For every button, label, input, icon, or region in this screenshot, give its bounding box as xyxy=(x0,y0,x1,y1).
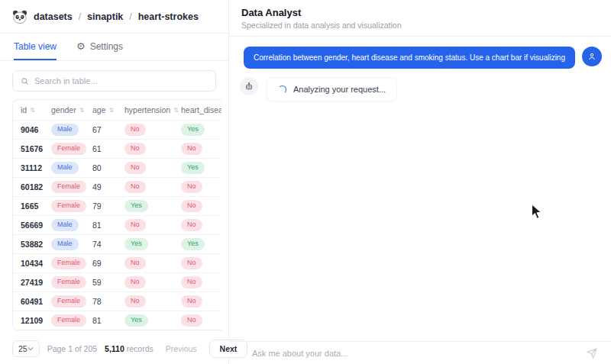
chat-header: Data Analyst Specialized in data analysi… xyxy=(229,0,611,37)
table-row[interactable]: 10434Female69NoNo xyxy=(13,253,221,272)
table-row[interactable]: 9046Male67NoYes xyxy=(13,120,221,139)
sort-icon: ⇅ xyxy=(173,107,179,114)
cell-age: 74 xyxy=(92,240,124,249)
cell-age: 78 xyxy=(92,297,124,306)
heart-disease-badge: No xyxy=(181,295,202,308)
status-card: Analyzing your request... xyxy=(267,77,397,101)
cell-age: 61 xyxy=(92,144,124,153)
sort-icon: ⇅ xyxy=(109,107,115,114)
search-icon xyxy=(21,77,29,85)
chat-input-bar xyxy=(229,341,611,364)
table-row[interactable]: 1665Female79YesNo xyxy=(13,196,221,215)
panda-logo-icon[interactable] xyxy=(12,10,27,24)
gender-badge: Female xyxy=(51,257,86,269)
person-icon xyxy=(587,52,596,61)
heart-disease-badge: No xyxy=(181,257,202,269)
data-table: id⇅ gender⇅ age⇅ hypertension⇅ heart_dis… xyxy=(12,99,221,330)
table-row[interactable]: 53882Male74YesYes xyxy=(13,234,221,253)
breadcrumb-item-datasets[interactable]: datasets xyxy=(34,11,73,22)
breadcrumb-item-heart-strokes[interactable]: heart-strokes xyxy=(138,11,199,22)
heart-disease-badge: No xyxy=(181,143,202,155)
tab-table-view[interactable]: Table view xyxy=(14,34,57,60)
search-box xyxy=(12,70,216,92)
dataset-panel: datasets / sinaptik / heart-strokes Tabl… xyxy=(0,0,229,364)
column-header-hypertension[interactable]: hypertension⇅ xyxy=(124,105,181,114)
page-size-select[interactable]: 25 xyxy=(12,340,40,357)
breadcrumb-item-sinaptik[interactable]: sinaptik xyxy=(87,11,123,22)
table-row[interactable]: 51676Female61NoNo xyxy=(13,139,221,158)
breadcrumb: datasets / sinaptik / heart-strokes xyxy=(0,0,228,34)
status-text: Analyzing your request... xyxy=(293,85,386,94)
page-info: Page 1 of 205 xyxy=(47,344,97,353)
user-message-row: Correlation between gender, heart diseas… xyxy=(238,47,602,69)
cell-id: 27419 xyxy=(13,278,51,287)
cell-id: 53882 xyxy=(13,240,51,249)
table-row[interactable]: 31112Male80NoYes xyxy=(13,158,221,177)
assistant-status-row: Analyzing your request... xyxy=(238,77,602,101)
tab-settings[interactable]: ⚙ Settings xyxy=(76,34,123,60)
page-size-value: 25 xyxy=(18,344,27,353)
hypertension-badge: No xyxy=(124,257,146,269)
table-row[interactable]: 60491Female78NoNo xyxy=(13,292,221,311)
heart-disease-badge: No xyxy=(181,219,202,231)
gender-badge: Female xyxy=(51,200,86,212)
heart-disease-badge: No xyxy=(181,200,202,212)
table-row[interactable]: 56669Male81NoNo xyxy=(13,215,221,234)
heart-disease-badge: No xyxy=(181,314,202,327)
robot-icon xyxy=(244,82,254,91)
previous-button[interactable]: Previous xyxy=(161,341,202,356)
gender-badge: Male xyxy=(51,219,79,231)
cell-age: 81 xyxy=(92,316,124,325)
gender-badge: Female xyxy=(51,276,86,288)
send-button[interactable] xyxy=(587,348,597,359)
gender-badge: Male xyxy=(51,124,79,136)
chevron-down-icon xyxy=(27,346,34,351)
chat-panel: Data Analyst Specialized in data analysi… xyxy=(229,0,611,364)
tab-settings-label: Settings xyxy=(90,41,123,52)
assistant-avatar xyxy=(240,77,258,95)
column-header-id[interactable]: id⇅ xyxy=(13,105,51,114)
gender-badge: Male xyxy=(51,162,79,174)
assistant-subtitle: Specialized in data analysis and visuali… xyxy=(241,21,599,30)
gear-icon: ⚙ xyxy=(76,41,86,51)
tab-table-view-label: Table view xyxy=(14,41,57,52)
column-header-age[interactable]: age⇅ xyxy=(92,105,124,114)
hypertension-badge: Yes xyxy=(124,238,148,250)
table-row[interactable]: 27419Female59NoNo xyxy=(13,272,221,292)
cell-id: 10434 xyxy=(13,259,51,268)
chat-input[interactable] xyxy=(252,349,579,358)
spinner-icon xyxy=(278,85,286,94)
heart-disease-badge: Yes xyxy=(181,238,205,250)
search-area xyxy=(0,61,228,99)
cell-age: 81 xyxy=(92,221,124,230)
cell-id: 12109 xyxy=(13,316,51,325)
column-header-gender[interactable]: gender⇅ xyxy=(51,105,92,114)
cell-id: 9046 xyxy=(13,125,51,134)
hypertension-badge: No xyxy=(124,295,146,308)
tab-bar: Table view ⚙ Settings xyxy=(0,34,228,61)
column-header-heart-disease[interactable]: heart_disease⇅ xyxy=(181,105,221,114)
table-row[interactable]: 12109Female81YesNo xyxy=(13,311,221,330)
hypertension-badge: No xyxy=(124,276,146,288)
pagination: 25 Page 1 of 205 5,110 records Previous … xyxy=(0,334,228,364)
heart-disease-badge: No xyxy=(181,181,202,193)
cell-age: 59 xyxy=(92,278,124,287)
gender-badge: Female xyxy=(51,143,86,155)
cell-id: 60182 xyxy=(13,182,51,192)
heart-disease-badge: Yes xyxy=(181,124,205,136)
cell-age: 80 xyxy=(92,163,124,172)
cell-id: 60491 xyxy=(13,297,51,306)
hypertension-badge: Yes xyxy=(124,200,148,212)
hypertension-badge: No xyxy=(124,219,146,231)
gender-badge: Male xyxy=(51,238,79,250)
table-row[interactable]: 60182Female49NoNo xyxy=(13,177,221,196)
assistant-title: Data Analyst xyxy=(241,7,599,18)
heart-disease-badge: No xyxy=(181,276,202,288)
cell-age: 67 xyxy=(92,125,124,134)
search-input[interactable] xyxy=(34,76,208,85)
sort-icon: ⇅ xyxy=(79,107,85,114)
breadcrumb-separator: / xyxy=(79,11,81,22)
app: datasets / sinaptik / heart-strokes Tabl… xyxy=(0,0,611,364)
hypertension-badge: No xyxy=(124,162,146,174)
gender-badge: Female xyxy=(51,314,86,327)
